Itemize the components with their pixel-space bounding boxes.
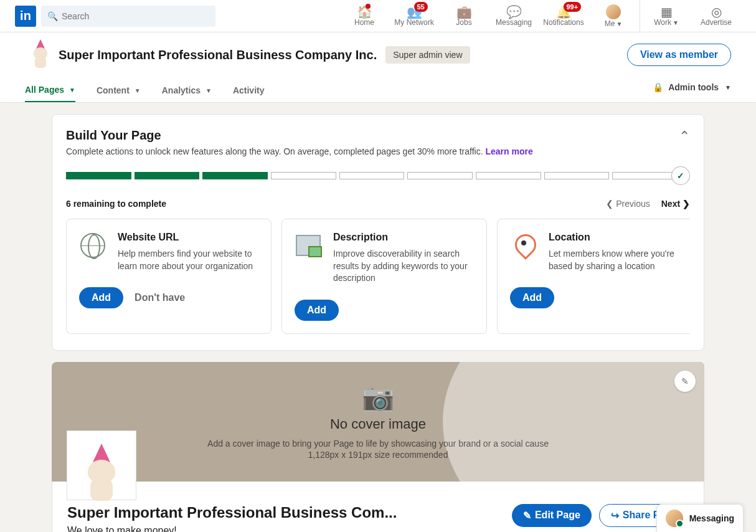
task-card-website: Website URL Help members find your websi…: [66, 219, 272, 334]
edit-cover-button[interactable]: ✎: [674, 371, 696, 392]
next-button[interactable]: Next ❯: [661, 199, 690, 209]
page-header: Super Important Professional Business Co…: [0, 32, 756, 103]
task-card-description: Description Improve discoverability in s…: [281, 219, 487, 334]
tagline: We love to make money!: [67, 525, 397, 532]
lock-icon: 🔒: [653, 82, 663, 92]
admin-tools-dropdown[interactable]: 🔒 Admin tools ▼: [653, 82, 731, 98]
nav-messaging[interactable]: 💬 Messaging: [489, 0, 539, 32]
task-card-location: Location Let members know where you're b…: [497, 219, 690, 334]
target-icon: ◎: [711, 6, 722, 18]
company-logo-large: [67, 430, 136, 500]
company-name: Super Important Professional Business Co…: [59, 48, 377, 62]
avatar-icon: [666, 510, 683, 527]
tab-activity[interactable]: Activity: [233, 79, 265, 102]
view-as-member-button[interactable]: View as member: [627, 44, 731, 66]
search-icon: 🔍: [47, 11, 58, 21]
build-your-page-card: Build Your Page Complete actions to unlo…: [52, 114, 704, 351]
nav-notifications[interactable]: 🔔99+ Notifications: [539, 0, 588, 32]
grid-icon: ▦: [661, 6, 673, 18]
nav-advertise[interactable]: ◎ Advertise: [691, 0, 741, 32]
chevron-down-icon: ▼: [206, 87, 212, 94]
pencil-icon: ✎: [681, 376, 689, 386]
messaging-tab[interactable]: Messaging: [656, 504, 744, 532]
avatar-icon: [606, 4, 621, 19]
nav-jobs[interactable]: 💼 Jobs: [439, 0, 489, 32]
linkedin-logo[interactable]: in: [15, 6, 36, 27]
top-nav: in 🔍 🏠 Home 👥55 My Network 💼 Jobs 💬 Mess…: [0, 0, 756, 32]
build-title: Build Your Page: [66, 128, 533, 143]
tab-analytics[interactable]: Analytics▼: [162, 79, 212, 102]
chevron-down-icon: ▼: [616, 21, 622, 27]
remaining-count: 6 remaining to complete: [66, 199, 166, 209]
dont-have-button[interactable]: Don't have: [135, 287, 185, 308]
nav-me[interactable]: Me▼: [588, 0, 638, 32]
admin-view-pill: Super admin view: [385, 46, 470, 64]
progress-bar: ✓: [66, 166, 690, 185]
edit-page-button[interactable]: ✎Edit Page: [512, 504, 592, 527]
bell-icon: 🔔99+: [556, 6, 572, 18]
nav-network[interactable]: 👥55 My Network: [389, 0, 439, 32]
location-pin-icon: [510, 232, 537, 259]
messaging-icon: 💬: [506, 6, 522, 18]
page-name: Super Important Professional Business Co…: [67, 504, 397, 521]
tab-content[interactable]: Content▼: [97, 79, 141, 102]
cover-image-area: ✎ 📷 No cover image Add a cover image to …: [52, 362, 704, 482]
nav-home[interactable]: 🏠 Home: [339, 0, 389, 32]
collapse-icon[interactable]: ⌃: [679, 128, 690, 145]
check-icon: ✓: [671, 166, 690, 185]
company-logo-small: [25, 42, 50, 67]
chevron-down-icon: ▼: [135, 87, 141, 94]
chevron-down-icon: ▼: [673, 19, 679, 26]
add-website-button[interactable]: Add: [79, 287, 123, 308]
add-location-button[interactable]: Add: [510, 287, 554, 308]
camera-icon: 📷: [207, 382, 549, 412]
add-description-button[interactable]: Add: [295, 300, 339, 321]
network-icon: 👥55: [407, 6, 422, 18]
search-box[interactable]: 🔍: [41, 6, 215, 27]
previous-button[interactable]: ❮ Previous: [606, 199, 650, 209]
globe-icon: [79, 232, 106, 259]
tab-all-pages[interactable]: All Pages▼: [25, 78, 75, 102]
description-icon: [295, 232, 322, 259]
chevron-down-icon: ▼: [725, 84, 731, 91]
learn-more-link[interactable]: Learn more: [485, 146, 532, 156]
share-icon: ↪: [611, 510, 619, 521]
company-page-card: ✎ 📷 No cover image Add a cover image to …: [52, 362, 704, 532]
search-input[interactable]: [62, 11, 209, 21]
jobs-icon: 💼: [456, 6, 472, 18]
pencil-icon: ✎: [523, 510, 531, 521]
chevron-down-icon: ▼: [69, 87, 75, 93]
home-icon: 🏠: [357, 6, 372, 18]
nav-work[interactable]: ▦ Work▼: [641, 0, 691, 32]
